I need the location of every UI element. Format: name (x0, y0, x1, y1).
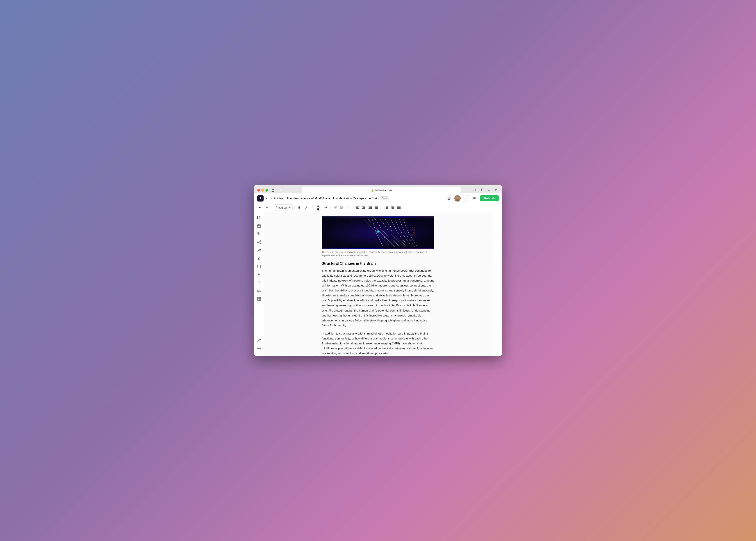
sidebar-item-share[interactable] (255, 239, 263, 246)
sidebar-item-flag[interactable] (255, 279, 263, 286)
svg-point-38 (258, 249, 259, 250)
reload-btn[interactable]: ↺ (472, 188, 477, 193)
draft-badge[interactable]: Draft (380, 196, 389, 201)
svg-rect-45 (259, 297, 261, 299)
bold-btn[interactable]: B (297, 205, 302, 211)
url-text: autentika.com (375, 189, 392, 192)
align-right-btn[interactable] (367, 205, 373, 211)
article-title-breadcrumb: The Neuroscience of Mindfulness: How Med… (287, 197, 379, 200)
svg-point-54 (390, 226, 391, 227)
sidebar-item-page[interactable] (255, 214, 263, 221)
paragraph-2[interactable]: In addition to structural alterations, m… (322, 331, 434, 356)
close-button[interactable] (257, 189, 260, 192)
sidebar-item-growth[interactable] (255, 271, 263, 278)
svg-point-33 (260, 241, 261, 242)
comment-btn[interactable]: 💬 (339, 205, 345, 211)
svg-text:1100: 1100 (411, 232, 415, 234)
svg-rect-47 (259, 299, 261, 300)
svg-point-55 (384, 237, 385, 238)
browser-top-bar: ⊡ ‹ › 🔒 autentika.com ↺ ⬆ + ⧉ (257, 187, 499, 194)
svg-point-50 (258, 348, 260, 349)
text-format-group: B U I (297, 205, 315, 211)
highlight-color-btn[interactable]: ✏ ▾ (323, 205, 329, 211)
svg-rect-44 (257, 297, 259, 299)
editor-content: 1010 0110 1100 0011 The human brain is r… (317, 212, 439, 356)
svg-point-15 (385, 206, 385, 207)
right-panel (492, 212, 502, 356)
browser-controls-right: ↺ ⬆ + ⧉ (472, 188, 499, 193)
paragraph-style-select[interactable]: Paragraph ▾ (274, 205, 293, 211)
svg-text:1010: 1010 (411, 227, 415, 229)
toolbar: ↩ ↪ Paragraph ▾ B U I A ▾ ✏ ▾ 🔗 💬 ⬚ (254, 203, 502, 212)
indent-btn[interactable] (389, 205, 395, 211)
share-browser-btn[interactable]: ⬆ (479, 188, 484, 193)
address-bar[interactable]: 🔒 autentika.com (302, 187, 461, 194)
align-center-btn[interactable] (361, 205, 367, 211)
add-btn[interactable]: + (463, 195, 469, 202)
sidebar-bottom (255, 337, 263, 354)
publish-button[interactable]: Publish (480, 195, 499, 201)
sidebar-item-tags[interactable] (255, 231, 263, 238)
sidebar-item-likes[interactable] (255, 255, 263, 262)
svg-rect-46 (257, 299, 259, 300)
image-caption: The human brain is remarkably adaptable,… (322, 251, 434, 258)
paragraph-label: Paragraph (276, 206, 288, 209)
app-logo: A (257, 195, 264, 202)
svg-point-34 (257, 242, 258, 243)
breadcrumb-separator: › (285, 197, 285, 200)
svg-point-48 (258, 339, 259, 340)
align-left-btn[interactable] (355, 205, 361, 211)
article-image: 1010 0110 1100 0011 (322, 217, 434, 249)
toolbar-divider-2 (294, 206, 295, 210)
browser-chrome: ⊡ ‹ › 🔒 autentika.com ↺ ⬆ + ⧉ (254, 185, 502, 194)
paragraph-chevron-icon: ▾ (289, 206, 291, 209)
toolbar-divider-3 (330, 206, 331, 210)
logo-chevron-icon: ▾ (266, 197, 267, 200)
svg-rect-28 (257, 225, 261, 228)
paragraph-1[interactable]: The human brain is an astonishing organ,… (322, 268, 434, 328)
sidebar-item-users[interactable] (255, 247, 263, 254)
underline-btn[interactable]: U (303, 205, 309, 211)
app-content: 1010 0110 1100 0011 The human brain is r… (254, 212, 502, 356)
maximize-button[interactable] (265, 189, 268, 192)
embed-btn[interactable]: ⬚ (345, 205, 351, 211)
sidebar-item-settings[interactable] (255, 345, 263, 352)
undo-btn[interactable]: ↩ (257, 205, 263, 211)
forward-btn[interactable]: › (285, 188, 291, 193)
headphones-btn[interactable]: 🎧 (446, 195, 452, 202)
section-heading: Structural Changes in the Brain (322, 262, 434, 266)
redo-btn[interactable]: ↪ (264, 205, 270, 211)
lock-icon: 🔒 (371, 189, 374, 192)
bullet-list-btn[interactable] (383, 205, 389, 211)
svg-point-56 (400, 229, 401, 230)
breadcrumb-articles[interactable]: Articles (274, 197, 283, 200)
new-tab-btn[interactable]: + (487, 188, 492, 193)
list-group (383, 205, 402, 211)
editor-panel[interactable]: 1010 0110 1100 0011 The human brain is r… (264, 212, 492, 356)
neural-network-svg: 1010 0110 1100 0011 (322, 217, 434, 249)
article-image-container: 1010 0110 1100 0011 The human brain is r… (322, 217, 434, 258)
sidebar-item-integrations[interactable] (255, 295, 263, 302)
italic-btn[interactable]: I (309, 205, 315, 211)
svg-point-53 (377, 230, 380, 234)
folder-breadcrumb-icon: 🗂 (269, 197, 272, 200)
align-justify-btn[interactable] (374, 205, 379, 211)
sidebar-item-archive[interactable] (255, 263, 263, 270)
back-btn[interactable]: ‹ (278, 188, 283, 193)
minimize-button[interactable] (261, 189, 264, 192)
sidebar-toggle-btn[interactable]: ⊡ (270, 188, 275, 193)
sidebar-item-links[interactable] (255, 287, 263, 294)
preview-btn[interactable]: 👁 (471, 195, 478, 202)
avatar[interactable] (454, 195, 461, 202)
svg-point-1 (456, 197, 459, 199)
link-btn[interactable]: 🔗 (332, 205, 338, 211)
tabs-btn[interactable]: ⧉ (494, 188, 499, 193)
sidebar (254, 212, 264, 356)
sidebar-item-team[interactable] (255, 337, 263, 344)
insert-group: 🔗 💬 ⬚ (332, 205, 351, 211)
app-header: A ▾ 🗂 Articles › The Neuroscience of Min… (254, 194, 502, 203)
outdent-btn[interactable] (396, 205, 402, 211)
sidebar-item-calendar[interactable] (255, 222, 263, 230)
text-color-btn[interactable]: A ▾ (316, 205, 322, 211)
svg-text:0110: 0110 (411, 229, 415, 231)
